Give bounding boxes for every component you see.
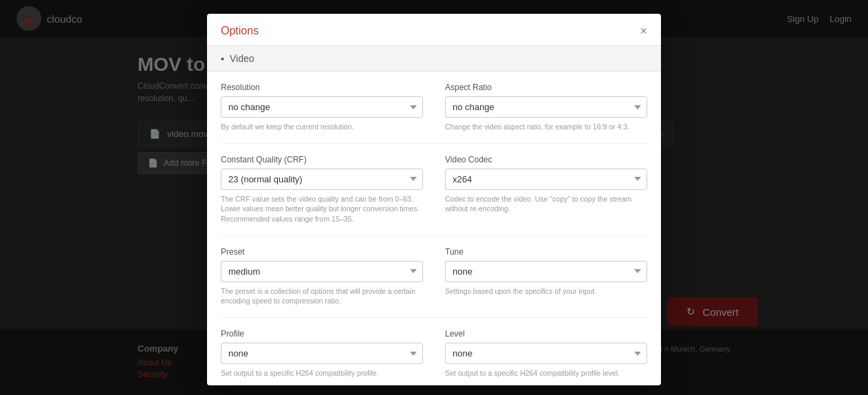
resolution-field: Resolution no change 1920x1080 1280x720 …: [221, 83, 423, 132]
profile-label: Profile: [221, 329, 423, 339]
level-label: Level: [445, 329, 647, 339]
video-section-label: Video: [230, 53, 254, 64]
option-row-0: Resolution no change 1920x1080 1280x720 …: [221, 72, 647, 144]
crf-select[interactable]: 23 (normal quality) 18 (high quality) 28…: [221, 169, 423, 190]
preset-field: Preset medium ultrafast superfast veryfa…: [221, 247, 423, 306]
modal-header: Options ×: [207, 14, 661, 46]
profile-hint: Set output to a specific H264 compatibil…: [221, 368, 423, 378]
option-row-1: Constant Quality (CRF) 23 (normal qualit…: [221, 144, 647, 236]
video-codec-hint: Codec to encode the video. Use "copy" to…: [445, 194, 647, 214]
profile-select[interactable]: none baseline main high: [221, 343, 423, 364]
modal-close-button[interactable]: ×: [640, 25, 647, 37]
aspect-ratio-select[interactable]: no change 16:9 4:3 1:1: [445, 96, 647, 118]
level-select[interactable]: none 3.0 3.1 4.0 4.1 4.2 5.0: [445, 343, 647, 364]
video-codec-field: Video Codec x264 x265 vp9 copy Codec to …: [445, 155, 647, 224]
tune-label: Tune: [445, 247, 647, 257]
profile-field: Profile none baseline main high Set outp…: [221, 329, 423, 378]
video-codec-label: Video Codec: [445, 155, 647, 164]
crf-field: Constant Quality (CRF) 23 (normal qualit…: [221, 155, 423, 224]
tune-field: Tune none film animation grain stillimag…: [445, 247, 647, 306]
crf-label: Constant Quality (CRF): [221, 155, 423, 164]
video-codec-select[interactable]: x264 x265 vp9 copy: [445, 169, 647, 190]
option-row-2: Preset medium ultrafast superfast veryfa…: [221, 236, 647, 318]
preset-label: Preset: [221, 247, 423, 257]
option-row-3: Profile none baseline main high Set outp…: [221, 318, 647, 385]
video-section-header: ▪️ Video: [207, 46, 661, 72]
tune-hint: Settings based upon the specifics of you…: [445, 286, 647, 297]
options-modal: Options × ▪️ Video Resolution no change …: [207, 14, 661, 385]
resolution-hint: By default we keep the current resolutio…: [221, 122, 423, 132]
crf-hint: The CRF value sets the video quality and…: [221, 194, 423, 224]
aspect-ratio-hint: Change the video aspect ratio, for examp…: [445, 122, 647, 132]
preset-select[interactable]: medium ultrafast superfast veryfast fast…: [221, 261, 423, 282]
level-field: Level none 3.0 3.1 4.0 4.1 4.2 5.0 Set o…: [445, 329, 647, 378]
aspect-ratio-field: Aspect Ratio no change 16:9 4:3 1:1 Chan…: [445, 83, 647, 132]
resolution-label: Resolution: [221, 83, 423, 92]
preset-hint: The preset is a collection of options th…: [221, 286, 423, 306]
tune-select[interactable]: none film animation grain stillimage fas…: [445, 261, 647, 282]
modal-overlay: Options × ▪️ Video Resolution no change …: [0, 0, 868, 395]
level-hint: Set output to a specific H264 compatibil…: [445, 368, 647, 378]
options-body: Resolution no change 1920x1080 1280x720 …: [207, 72, 661, 385]
aspect-ratio-label: Aspect Ratio: [445, 83, 647, 92]
modal-title: Options: [221, 25, 259, 37]
video-section-icon: ▪️: [221, 53, 224, 64]
resolution-select[interactable]: no change 1920x1080 1280x720 854x480: [221, 96, 423, 118]
